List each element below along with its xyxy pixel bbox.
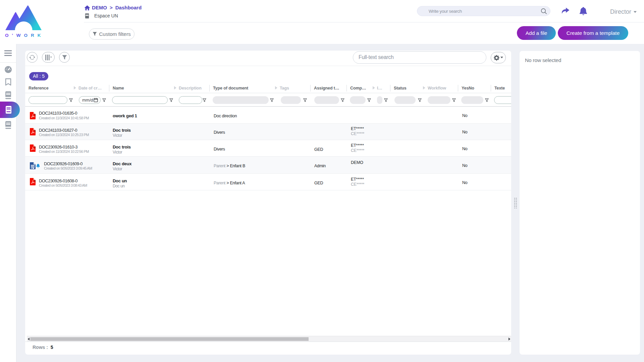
svg-text:O'WORK: O'WORK <box>5 33 43 38</box>
